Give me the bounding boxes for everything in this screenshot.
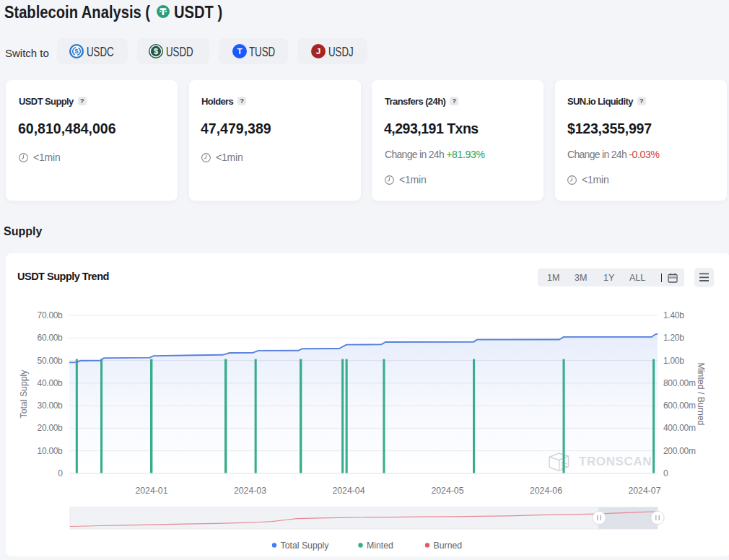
svg-text:2024-05: 2024-05 bbox=[431, 486, 463, 496]
svg-text:10.00b: 10.00b bbox=[38, 446, 64, 456]
svg-text:70.00b: 70.00b bbox=[38, 310, 64, 320]
svg-text:2024-01: 2024-01 bbox=[135, 486, 167, 496]
svg-text:0: 0 bbox=[663, 468, 668, 478]
svg-text:2024-04: 2024-04 bbox=[332, 486, 364, 496]
svg-text:Minted: Minted bbox=[367, 541, 393, 551]
svg-text:800.00m: 800.00m bbox=[663, 378, 696, 388]
svg-text:20.00b: 20.00b bbox=[38, 423, 64, 433]
svg-text:2024-07: 2024-07 bbox=[628, 486, 660, 496]
svg-text:1.00b: 1.00b bbox=[663, 356, 684, 366]
svg-text:200.00m: 200.00m bbox=[663, 446, 696, 456]
svg-text:2024-03: 2024-03 bbox=[234, 486, 266, 496]
svg-text:2024-06: 2024-06 bbox=[530, 486, 562, 496]
svg-text:40.00b: 40.00b bbox=[38, 378, 64, 388]
svg-text:Burned: Burned bbox=[434, 541, 463, 551]
svg-text:600.00m: 600.00m bbox=[663, 401, 696, 411]
svg-text:400.00m: 400.00m bbox=[663, 423, 696, 433]
svg-text:60.00b: 60.00b bbox=[38, 333, 64, 343]
svg-text:50.00b: 50.00b bbox=[38, 356, 64, 366]
svg-text:30.00b: 30.00b bbox=[38, 401, 64, 411]
svg-text:0: 0 bbox=[58, 468, 63, 478]
svg-text:Minted / Burned: Minted / Burned bbox=[696, 363, 706, 426]
svg-text:1.40b: 1.40b bbox=[663, 310, 684, 320]
svg-text:Total Supply: Total Supply bbox=[19, 369, 29, 419]
svg-text:Total Supply: Total Supply bbox=[281, 541, 330, 551]
svg-text:1.20b: 1.20b bbox=[663, 333, 684, 343]
